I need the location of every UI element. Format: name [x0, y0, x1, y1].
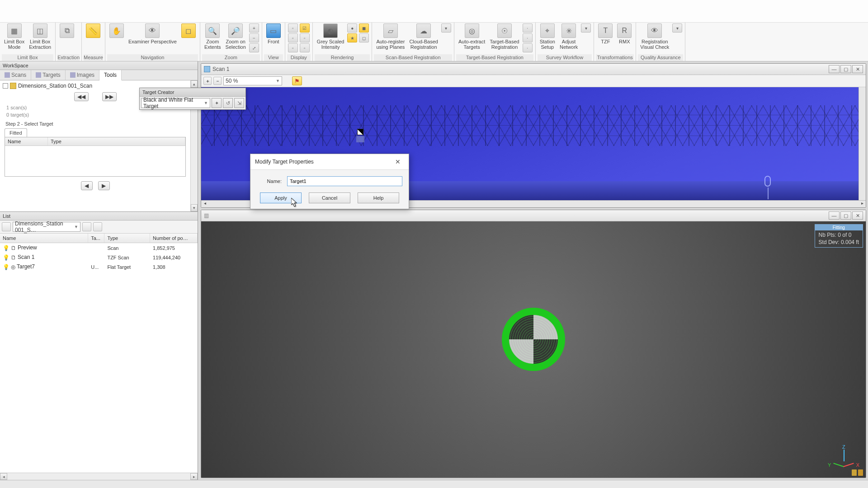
list-col-type[interactable]: Type [104, 234, 150, 243]
render-small-2[interactable]: ★ [347, 33, 357, 42]
target-count-label: 0 target(s) [2, 111, 189, 118]
corner-status-icons [852, 469, 863, 476]
close-button[interactable]: ✕ [852, 65, 863, 73]
list-tool-2[interactable] [93, 222, 102, 231]
zoom-out-icon[interactable]: － [213, 77, 222, 85]
list-col-name[interactable]: Name [0, 234, 88, 243]
list-row[interactable]: 💡🗋Preview Scan 1,852,975 [0, 243, 198, 253]
fit-close-button[interactable]: ✕ [852, 211, 863, 220]
grey-intensity-button[interactable]: ◐Grey Scaled Intensity [315, 23, 347, 51]
tab-images[interactable]: Images [66, 70, 99, 80]
fitting-info-header: Fitting [815, 225, 863, 230]
list-title: List [0, 212, 198, 221]
display-small-1[interactable]: ▫ [288, 23, 298, 33]
display-small-2[interactable]: ▫ [288, 33, 298, 42]
adjust-network-button[interactable]: ✳Adjust Network [557, 23, 580, 51]
ribbon-group-targetreg: Target-Based Registration [456, 54, 533, 61]
minimize-button[interactable]: — [829, 65, 840, 73]
survey-small-1[interactable]: ▾ [581, 23, 591, 33]
list-row[interactable]: 💡🗋Scan 1 TZF Scan 119,444,240 [0, 253, 198, 262]
zoom-combo[interactable]: 50 %▼ [223, 76, 282, 85]
title-bar [0, 0, 868, 23]
tc-tool-1[interactable]: ✦ [212, 98, 222, 108]
col-name[interactable]: Name [5, 137, 48, 145]
auto-extract-targets-button[interactable]: ◎Auto-extract Targets [456, 23, 487, 51]
tc-tool-3[interactable]: ⇲ [234, 98, 244, 108]
list-row[interactable]: 💡◎Target7 U... Flat Target 1,308 [0, 262, 198, 272]
target-based-reg-button[interactable]: ☉Target-Based Registration [487, 23, 521, 51]
render-small-1[interactable]: ● [347, 23, 357, 33]
step-label: Step 2 - Select Target [2, 118, 189, 128]
zoom-extents-button[interactable]: 🔍Zoom Extents [202, 23, 223, 51]
list-col-ta[interactable]: Ta... [88, 234, 104, 243]
station-setup-button[interactable]: ⌖Station Setup [538, 23, 557, 51]
list-col-pts[interactable]: Number of po… [150, 234, 198, 243]
examiner-perspective-button[interactable]: 👁Examiner Perspective [126, 23, 179, 45]
targetreg-small-1[interactable]: · [523, 23, 533, 33]
fitted-tab[interactable]: Fitted [5, 128, 27, 137]
front-view-button[interactable]: ▭Front [264, 23, 283, 45]
tzf-button[interactable]: TTZF [596, 23, 615, 45]
tab-scans[interactable]: Scans [0, 70, 31, 80]
limit-box-extraction-button[interactable]: ◫Limit Box Extraction [27, 23, 53, 51]
display-small-5[interactable]: ▫ [300, 33, 310, 42]
tree-checkbox-icon[interactable] [3, 83, 8, 89]
pan-button[interactable]: ✋ [107, 23, 126, 45]
col-type[interactable]: Type [48, 137, 185, 145]
display-small-6[interactable]: ▫ [300, 43, 310, 52]
target-marker-icon[interactable] [357, 129, 363, 135]
cloud-registration-button[interactable]: ☁Cloud-Based Registration [407, 23, 440, 51]
fit-minimize-button[interactable]: — [829, 211, 840, 220]
flag-icon[interactable] [292, 76, 302, 85]
qa-small-1[interactable]: ▾ [672, 23, 682, 33]
fit-maximize-button[interactable]: ▢ [840, 211, 851, 220]
tc-tool-2[interactable]: ↺ [223, 98, 233, 108]
fitting-nbpts: Nb Pts: 0 of 0 [819, 232, 859, 239]
ribbon-group-zoom: Zoom [202, 54, 260, 61]
auto-register-planes-button[interactable]: ▱Auto-register using Planes [374, 23, 407, 51]
help-button[interactable]: Help [358, 192, 399, 203]
zoom-small-1[interactable]: + [249, 23, 259, 33]
next-scan-button[interactable]: ▶▶ [102, 92, 117, 101]
ribbon-group-measure: Measure [84, 54, 103, 61]
tab-tools[interactable]: Tools [99, 70, 122, 80]
next-target-button[interactable]: ▶ [98, 181, 110, 190]
target-name-input[interactable] [287, 176, 402, 186]
zoom-selection-button[interactable]: 🔎Zoom on Selection [223, 23, 248, 51]
fitting-viewport[interactable]: Fitting Nb Pts: 0 of 0 Std Dev: 0.004 ft… [201, 221, 866, 478]
registration-visual-check-button[interactable]: 👁Registration Visual Check [638, 23, 671, 51]
prev-target-button[interactable]: ◀ [81, 181, 93, 190]
scanreg-small-1[interactable]: ▾ [441, 23, 451, 33]
zoom-small-3[interactable]: ⤢ [249, 43, 259, 52]
list-hscroll[interactable]: ◂▸ [0, 473, 198, 480]
list-path-combo[interactable]: Dimensions_Station 001_S…▼ [13, 222, 80, 232]
render-small-3[interactable]: ◼ [359, 23, 369, 33]
scan-vscroll[interactable] [859, 87, 866, 200]
tab-targets[interactable]: Targets [31, 70, 65, 80]
name-label: Name: [257, 178, 282, 184]
render-small-4[interactable]: ◻ [359, 33, 369, 42]
display-small-4[interactable]: ☑ [300, 23, 310, 33]
limit-box-mode-button[interactable]: ▦Limit Box Mode [2, 23, 27, 51]
measure-button[interactable]: 📏 [84, 23, 103, 45]
zoom-small-2[interactable]: − [249, 33, 259, 42]
apply-button[interactable]: Apply [260, 192, 302, 203]
dialog-close-button[interactable]: ✕ [392, 157, 404, 167]
targetreg-small-2[interactable]: · [523, 33, 533, 42]
zoom-in-icon[interactable]: ＋ [203, 77, 212, 85]
target-creator-toolbar[interactable]: Target Creator Black and White Flat Targ… [139, 88, 246, 110]
rmx-button[interactable]: RRMX [615, 23, 634, 45]
target-type-combo[interactable]: Black and White Flat Target▼ [141, 98, 210, 108]
fitting-stddev: Std Dev: 0.004 ft [819, 239, 859, 246]
list-tool-1[interactable] [82, 222, 91, 231]
targetreg-small-3[interactable]: · [523, 43, 533, 52]
maximize-button[interactable]: ▢ [840, 65, 851, 73]
tree-scan-icon [10, 83, 16, 89]
cancel-button[interactable]: Cancel [309, 192, 350, 203]
extraction-button[interactable]: ⧉ [57, 23, 76, 45]
list-up-button[interactable] [2, 222, 11, 231]
display-small-3[interactable]: ▫ [288, 43, 298, 52]
prev-scan-button[interactable]: ◀◀ [74, 92, 89, 101]
status-bar [0, 480, 868, 488]
nav-extra-button[interactable]: ◻ [179, 23, 198, 45]
